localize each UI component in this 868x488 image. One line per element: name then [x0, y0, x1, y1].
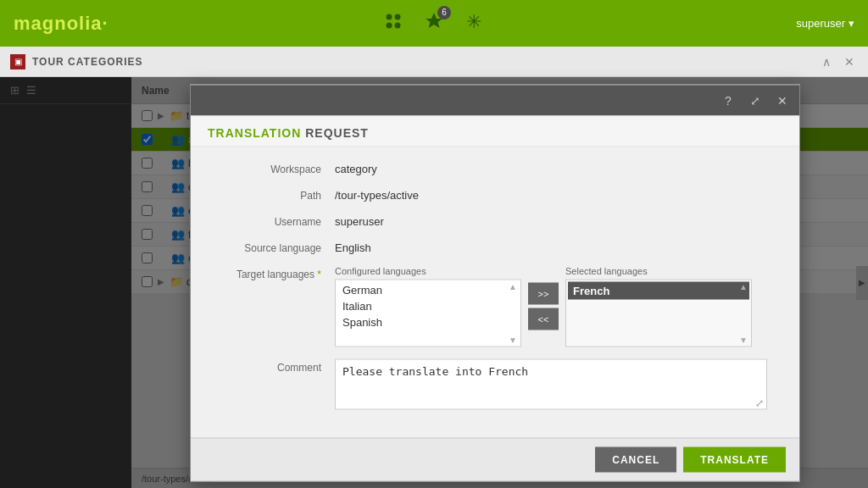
dialog-title-bar: TRANSLATION REQUEST	[191, 115, 799, 147]
configured-languages-wrapper: Configured languages German Italian Span…	[335, 265, 521, 347]
username-value: superuser	[335, 213, 384, 227]
comment-wrapper: Please translate into French ⤢	[335, 358, 767, 412]
source-language-value: English	[335, 239, 371, 253]
source-language-row: Source language English	[208, 239, 782, 253]
scroll-down-icon: ▼	[509, 335, 517, 344]
help-button[interactable]: ?	[718, 90, 738, 110]
translate-button[interactable]: TRANSLATE	[683, 446, 786, 472]
list-item[interactable]: Italian	[337, 297, 519, 313]
comment-label: Comment	[208, 358, 335, 373]
remove-language-button[interactable]: <<	[528, 308, 559, 330]
configured-label: Configured languages	[335, 265, 521, 275]
svg-point-0	[387, 14, 392, 19]
target-languages-label: Target languages	[208, 265, 335, 280]
selected-language-list[interactable]: French ▲ ▼	[565, 279, 752, 347]
cancel-button[interactable]: CANCEL	[595, 446, 676, 472]
dialog-footer: CANCEL TRANSLATE	[191, 437, 799, 480]
app-bar-right: ∧ ✕	[819, 53, 858, 70]
list-item[interactable]: French	[568, 281, 749, 299]
dialog-title: TRANSLATION REQUEST	[208, 125, 782, 139]
comment-row: Comment Please translate into French ⤢	[208, 358, 782, 412]
svg-point-3	[395, 22, 401, 28]
expand-dialog-button[interactable]: ⤢	[745, 90, 765, 110]
workspace-row: Workspace category	[208, 160, 782, 175]
arrow-buttons: >> <<	[528, 265, 559, 330]
workspace-label: Workspace	[208, 160, 335, 175]
svg-point-2	[387, 22, 392, 28]
user-menu[interactable]: superuser ▾	[796, 17, 854, 30]
app-title: TOUR CATEGORIES	[32, 56, 143, 68]
list-item[interactable]: German	[337, 281, 519, 297]
path-row: Path /tour-types/active	[208, 186, 782, 201]
main-content: ⊞ ☰ Name ▶ 📁 tour-t... 👥 ac... 👥	[0, 77, 868, 488]
pulse-icon[interactable]: 6	[424, 11, 444, 36]
selected-label: Selected languages	[565, 265, 752, 275]
configured-language-list[interactable]: German Italian Spanish ▲ ▼	[335, 279, 521, 347]
username-label: Username	[208, 213, 335, 227]
close-dialog-button[interactable]: ✕	[772, 90, 793, 110]
notification-badge: 6	[437, 6, 451, 19]
scroll-up-icon: ▲	[739, 281, 748, 291]
collapse-button[interactable]: ∧	[819, 53, 834, 70]
app-bar-left: ▣ TOUR CATEGORIES	[10, 54, 143, 69]
dialog-header: ? ⤢ ✕	[191, 85, 799, 115]
selected-languages-wrapper: Selected languages French ▲ ▼	[565, 265, 752, 347]
svg-point-1	[395, 14, 401, 19]
scroll-down-icon: ▼	[739, 335, 748, 344]
translation-dialog: ? ⤢ ✕ TRANSLATION REQUEST Workspace cate…	[190, 84, 800, 481]
svg-text:✳: ✳	[466, 11, 481, 31]
close-app-button[interactable]: ✕	[841, 53, 858, 70]
path-label: Path	[208, 186, 335, 201]
top-bar: magnolia· 6 ✳ superuser ▾	[0, 0, 868, 47]
languages-container: Configured languages German Italian Span…	[335, 265, 752, 347]
username-row: Username superuser	[208, 213, 782, 227]
user-dropdown-icon: ▾	[849, 17, 854, 30]
apps-icon[interactable]	[383, 11, 403, 36]
add-language-button[interactable]: >>	[528, 282, 559, 304]
path-value: /tour-types/active	[335, 186, 419, 201]
top-icons: 6 ✳	[383, 11, 485, 36]
scroll-up-icon: ▲	[509, 281, 517, 291]
app-icon: ▣	[10, 54, 25, 69]
target-languages-row: Target languages Configured languages Ge…	[208, 265, 782, 347]
expand-comment-icon[interactable]: ⤢	[755, 396, 764, 408]
logo: magnolia·	[14, 13, 108, 35]
username: superuser	[796, 17, 845, 30]
source-language-label: Source language	[208, 239, 335, 253]
comment-input[interactable]: Please translate into French	[335, 358, 767, 409]
app-bar: ▣ TOUR CATEGORIES ∧ ✕	[0, 47, 868, 77]
list-item[interactable]: Spanish	[337, 313, 519, 330]
asterisk-icon[interactable]: ✳	[465, 11, 485, 36]
workspace-value: category	[335, 160, 377, 175]
dialog-body: Workspace category Path /tour-types/acti…	[191, 147, 799, 437]
